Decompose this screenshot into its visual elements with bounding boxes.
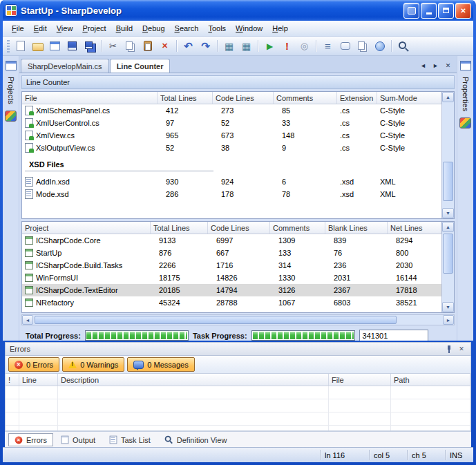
window-menu-button[interactable] — [403, 3, 419, 19]
scroll-down-icon[interactable]: ▼ — [442, 302, 454, 312]
scroll-down-icon[interactable]: ▼ — [442, 208, 454, 218]
copy-button[interactable] — [122, 38, 139, 54]
col-code-lines[interactable]: Code Lines — [213, 92, 274, 104]
project-row[interactable]: WinFormsUI 18175 14826 1330 2031 16144 — [22, 272, 441, 284]
menu-window[interactable]: Window — [231, 22, 267, 35]
task-list-button[interactable] — [319, 38, 336, 54]
project-explorer-icon[interactable] — [6, 61, 17, 70]
col-blank-lines[interactable]: Blank Lines — [325, 222, 388, 234]
cut-button[interactable] — [104, 38, 122, 54]
files-vertical-scrollbar[interactable]: ▲ ▼ — [441, 92, 454, 218]
scroll-thumb[interactable] — [443, 162, 453, 201]
errors-filter-button[interactable]: 0 Errors — [8, 357, 59, 372]
sidebar-tab-properties[interactable]: Properties — [461, 77, 470, 111]
maximize-button[interactable] — [438, 3, 454, 19]
scroll-right-icon[interactable]: ► — [443, 315, 454, 325]
paste-button[interactable] — [139, 38, 156, 54]
tab-line-counter[interactable]: Line Counter — [110, 59, 171, 73]
tools-icon[interactable] — [5, 111, 17, 122]
col-extension[interactable]: Extension — [337, 92, 377, 104]
horizontal-scrollbar[interactable]: ◄ ► — [21, 314, 455, 325]
col-path[interactable]: Path — [391, 374, 470, 386]
scroll-up-icon[interactable]: ▲ — [442, 222, 454, 232]
redo-button[interactable] — [197, 38, 214, 54]
menu-edit[interactable]: Edit — [29, 22, 52, 35]
toolbar-grip[interactable] — [7, 40, 10, 53]
menu-build[interactable]: Build — [111, 22, 137, 35]
col-project[interactable]: Project — [22, 222, 151, 234]
menu-project[interactable]: Project — [77, 22, 111, 35]
uncomment-region-button[interactable] — [238, 38, 255, 54]
comment-region-button[interactable] — [220, 38, 238, 54]
minimize-button[interactable] — [421, 3, 437, 19]
menu-search[interactable]: Search — [170, 22, 204, 35]
toggle-breakpoint-button[interactable] — [296, 38, 313, 54]
scroll-left-icon[interactable]: ◄ — [22, 315, 33, 325]
col-net-lines[interactable]: Net Lines — [388, 222, 441, 234]
close-tab-icon[interactable]: ✕ — [443, 60, 453, 70]
scroll-up-icon[interactable]: ▲ — [442, 92, 454, 102]
open-file-button[interactable] — [29, 38, 46, 54]
pin-button[interactable] — [444, 344, 454, 354]
col-line[interactable]: Line — [19, 374, 58, 386]
save-button[interactable] — [64, 38, 81, 54]
close-panel-button[interactable]: ✕ — [457, 344, 466, 354]
col-comments[interactable]: Comments — [274, 92, 337, 104]
search-button[interactable] — [394, 38, 412, 54]
run-button[interactable] — [261, 38, 278, 54]
properties-grid-icon[interactable] — [460, 61, 471, 70]
save-as-button[interactable] — [46, 38, 64, 54]
sidebar-tab-projects[interactable]: Projects — [7, 77, 15, 104]
file-row[interactable]: XmlView.cs 965 673 148 .cs C-Style — [22, 129, 441, 142]
menu-debug[interactable]: Debug — [137, 22, 169, 35]
resources-icon[interactable] — [459, 117, 471, 129]
menu-help[interactable]: Help — [267, 22, 293, 35]
messages-filter-button[interactable]: 0 Messages — [127, 357, 194, 372]
file-row[interactable]: XslOutputView.cs 52 38 9 .cs C-Style — [22, 142, 441, 154]
file-row[interactable]: AddIn.xsd 930 924 6 .xsd XML — [22, 175, 441, 188]
col-description[interactable]: Description — [58, 374, 329, 386]
project-row[interactable]: StartUp 876 667 133 76 800 — [22, 247, 441, 259]
project-row[interactable]: ICSharpCode.TextEditor 20185 14794 3126 … — [22, 284, 441, 296]
project-row[interactable]: ICSharpCode.Core 9133 6997 1309 839 8294 — [22, 234, 441, 247]
col-code-lines[interactable]: Code Lines — [208, 222, 270, 234]
scroll-track[interactable] — [33, 315, 443, 325]
menu-view[interactable]: View — [52, 22, 78, 35]
scroll-track[interactable] — [442, 232, 454, 302]
new-file-button[interactable] — [12, 38, 29, 54]
menu-file[interactable]: File — [7, 22, 29, 35]
warnings-filter-button[interactable]: 0 Warnings — [62, 357, 124, 372]
file-row[interactable]: XmlSchemasPanel.cs 412 273 85 .cs C-Styl… — [22, 104, 441, 117]
forward-icon[interactable]: ► — [430, 60, 441, 70]
tab-task-list[interactable]: Task List — [103, 433, 157, 446]
file-row[interactable]: Mode.xsd 286 178 78 .xsd XML — [22, 188, 441, 200]
project-row-clipped[interactable] — [22, 309, 441, 312]
web-browser-button[interactable] — [371, 38, 388, 54]
tab-sharpdevelopmain-cs[interactable]: SharpDevelopMain.cs — [21, 59, 109, 73]
col-file[interactable]: File — [22, 92, 158, 104]
col-total-lines[interactable]: Total Lines — [151, 222, 208, 234]
delete-button[interactable] — [156, 38, 173, 54]
col-comments[interactable]: Comments — [270, 222, 325, 234]
project-row[interactable]: ICSharpCode.Build.Tasks 2266 1716 314 23… — [22, 259, 441, 272]
scroll-thumb[interactable] — [35, 316, 397, 324]
col-file[interactable]: File — [329, 374, 391, 386]
scroll-track[interactable] — [442, 102, 454, 208]
menu-tools[interactable]: Tools — [203, 22, 231, 35]
class-view-button[interactable] — [354, 38, 371, 54]
col-sum-mode[interactable]: Sum-Mode — [377, 92, 441, 104]
projects-vertical-scrollbar[interactable]: ▲ ▼ — [441, 222, 454, 312]
close-button[interactable]: ✕ — [455, 3, 471, 19]
back-icon[interactable]: ◄ — [418, 60, 428, 70]
message-view-button[interactable] — [336, 38, 354, 54]
project-row[interactable]: NRefactory 45324 28788 1067 6803 38521 — [22, 296, 441, 309]
col-severity[interactable]: ! — [6, 374, 19, 386]
undo-button[interactable] — [180, 38, 197, 54]
save-all-button[interactable] — [81, 38, 98, 54]
tab-definition-view[interactable]: Definition View — [158, 433, 234, 446]
tab-errors[interactable]: Errors — [8, 433, 53, 446]
col-total-lines[interactable]: Total Lines — [158, 92, 213, 104]
scroll-thumb[interactable] — [443, 234, 453, 274]
abort-button[interactable] — [278, 38, 296, 54]
file-row[interactable]: XmlUserControl.cs 97 52 33 .cs C-Style — [22, 117, 441, 129]
